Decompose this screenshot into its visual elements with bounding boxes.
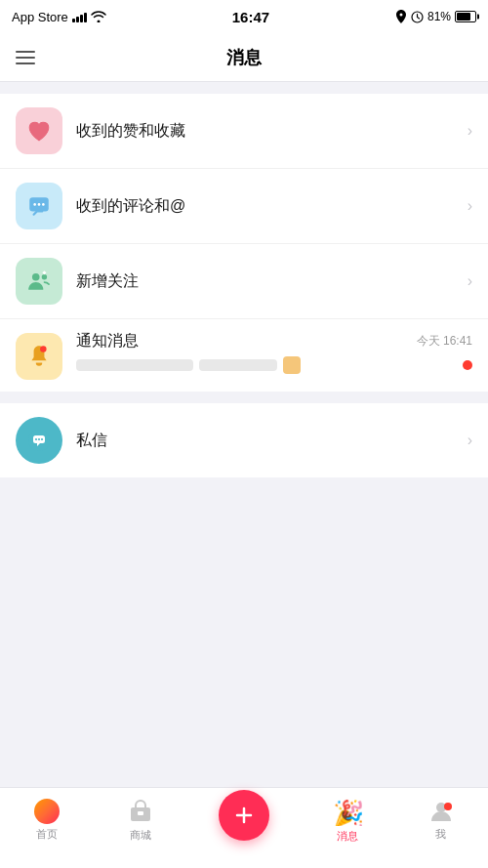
menu-line-1 (16, 51, 35, 53)
notification-row: 通知消息 今天 16:41 (76, 331, 472, 351)
notification-item[interactable]: 通知消息 今天 16:41 (0, 319, 488, 392)
comments-content: 收到的评论和@ (76, 196, 460, 217)
location-icon (395, 10, 407, 23)
section-gap-2 (0, 392, 488, 403)
message-tab-icon: 🎉 (333, 797, 362, 826)
notification-title: 通知消息 (76, 331, 139, 351)
tab-home[interactable]: 🏠 首页 (0, 799, 94, 842)
comments-title: 收到的评论和@ (76, 196, 460, 217)
svg-point-6 (42, 274, 47, 279)
tab-shop[interactable]: 商城 (94, 798, 187, 843)
battery-percent: 81% (427, 10, 451, 23)
status-time: 16:47 (232, 9, 269, 25)
svg-point-13 (41, 438, 43, 440)
svg-rect-17 (138, 811, 143, 815)
svg-point-4 (42, 203, 45, 206)
menu-button[interactable] (16, 51, 35, 64)
menu-line-3 (16, 62, 35, 64)
tab-home-label: 首页 (36, 827, 58, 842)
followers-icon-bg (16, 258, 62, 305)
likes-collects-item[interactable]: 收到的赞和收藏 › (0, 94, 488, 169)
svg-point-9 (40, 346, 47, 352)
section-gap-1 (0, 82, 488, 94)
heart-icon (26, 118, 52, 144)
notification-preview (76, 356, 472, 374)
status-left: App Store (12, 10, 106, 24)
preview-text-2 (199, 359, 277, 371)
followers-title: 新增关注 (76, 271, 460, 292)
tab-bar: 🏠 首页 商城 🎉 消息 (0, 787, 488, 868)
unread-indicator (463, 360, 472, 370)
private-message-chevron: › (468, 432, 472, 449)
clock-icon (411, 11, 424, 23)
svg-point-11 (35, 438, 37, 440)
shop-icon (127, 798, 154, 825)
private-message-title: 私信 (76, 431, 460, 451)
followers-chevron: › (468, 272, 472, 290)
private-message-section: 私信 › (0, 403, 488, 477)
nav-bar: 消息 (0, 33, 488, 82)
notification-icon-bg (16, 333, 62, 380)
followers-content: 新增关注 (76, 271, 460, 292)
plus-icon (232, 804, 256, 827)
status-bar: App Store 16:47 (0, 0, 488, 33)
wifi-icon (91, 11, 106, 22)
notifications-section: 收到的赞和收藏 › 收到的评论和@ › (0, 94, 488, 392)
svg-point-5 (32, 273, 40, 281)
private-message-item[interactable]: 私信 › (0, 403, 488, 477)
tab-me-label: 我 (435, 827, 446, 842)
svg-point-3 (38, 203, 41, 206)
svg-point-2 (33, 203, 36, 206)
status-right: 81% (395, 10, 476, 23)
likes-title: 收到的赞和收藏 (76, 121, 460, 142)
comments-icon-bg (16, 183, 62, 229)
notification-content: 通知消息 今天 16:41 (76, 331, 472, 374)
notification-meta: 今天 16:41 (417, 333, 472, 350)
chat-bubble-icon (26, 428, 52, 453)
svg-text:🎉: 🎉 (333, 798, 362, 826)
likes-content: 收到的赞和收藏 (76, 121, 460, 142)
tab-add[interactable] (187, 800, 300, 841)
notification-time: 今天 16:41 (417, 333, 472, 350)
comments-item[interactable]: 收到的评论和@ › (0, 169, 488, 244)
preview-text-1 (76, 359, 193, 371)
svg-point-12 (38, 438, 40, 440)
menu-line-2 (16, 57, 35, 59)
likes-icon-bg (16, 107, 62, 154)
followers-item[interactable]: 新增关注 › (0, 244, 488, 319)
tab-shop-label: 商城 (130, 828, 151, 843)
signal-icon (72, 11, 87, 22)
comment-icon (26, 193, 52, 219)
page-title: 消息 (226, 46, 262, 69)
add-button[interactable] (219, 790, 269, 841)
likes-chevron: › (468, 122, 472, 140)
svg-point-22 (444, 803, 452, 810)
comments-chevron: › (468, 197, 472, 215)
svg-point-14 (39, 804, 55, 819)
private-message-icon-bg (16, 417, 62, 464)
users-icon (26, 269, 52, 294)
me-icon (428, 799, 454, 824)
bell-icon (26, 344, 52, 369)
home-icon: 🏠 (34, 799, 60, 824)
tab-me[interactable]: 我 (394, 799, 488, 842)
tab-messages[interactable]: 🎉 消息 (301, 797, 394, 844)
empty-content-area (0, 477, 488, 770)
preview-image (283, 356, 301, 374)
battery-icon (455, 11, 476, 22)
carrier-label: App Store (12, 10, 68, 24)
tab-messages-label: 消息 (337, 829, 358, 844)
private-message-content: 私信 (76, 431, 460, 451)
